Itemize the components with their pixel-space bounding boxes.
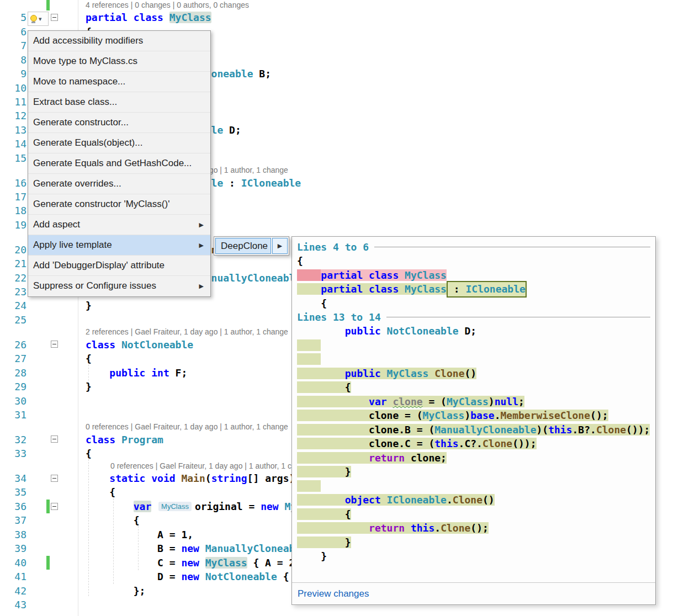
codelens-text: 0 references | Gael Fraiteur, 1 day ago …: [86, 422, 288, 432]
code-text: class Program: [86, 433, 163, 447]
line-number: 36: [0, 500, 26, 513]
menu-item-label: Add accessibility modifiers: [33, 35, 143, 46]
submenu-arrow-icon: ▶: [199, 215, 204, 235]
fold-collapse-box[interactable]: [51, 14, 58, 21]
code-text: {: [86, 352, 92, 365]
diff-section-title: Lines 4 to 6: [297, 240, 369, 254]
diff-section-title: Lines 13 to 14: [297, 310, 381, 324]
preview-code-line: {: [297, 254, 650, 268]
chevron-down-icon: ▾: [39, 16, 42, 22]
menu-item-label: Generate constructor...: [33, 117, 129, 128]
code-text: A = 1,: [86, 528, 193, 541]
menu-item[interactable]: Move type to MyClass.cs: [28, 51, 210, 72]
code-text: static void Main(string[] args): [86, 471, 295, 485]
menu-item-label: Move type to MyClass.cs: [33, 56, 137, 66]
fold-collapse-box[interactable]: [51, 341, 58, 348]
preview-code-line: clone = (MyClass)base.MemberwiseClone();: [297, 408, 650, 423]
preview-changes-link[interactable]: Preview changes: [298, 588, 369, 599]
code-text: };: [86, 584, 145, 598]
line-number: 17: [0, 190, 26, 204]
code-text: }: [86, 299, 92, 312]
preview-code-line: {: [297, 380, 650, 395]
submenu-arrow-icon: ▶: [199, 276, 204, 296]
menu-item[interactable]: Apply live template▶: [28, 235, 210, 256]
preview-code-line: public NotCloneable D;: [297, 324, 650, 338]
code-text: partial class MyClass: [86, 10, 211, 24]
line-number: 27: [0, 352, 26, 365]
line-number: 26: [0, 338, 26, 352]
codelens-text: 4 references | 0 changes | 0 authors, 0 …: [86, 0, 249, 10]
line-number: 9: [0, 67, 26, 81]
menu-item[interactable]: Extract base class...: [28, 92, 210, 113]
menu-item[interactable]: Suppress or Configure issues▶: [28, 276, 210, 296]
line-number: 7: [0, 39, 26, 52]
line-number: 41: [0, 570, 26, 583]
line-number: 12: [0, 109, 26, 123]
preview-code-line: [297, 352, 650, 367]
line-number: 20: [0, 243, 26, 257]
submenu-arrow-icon: ▶: [199, 235, 204, 255]
preview-code-line: }: [297, 535, 650, 550]
fold-collapse-box[interactable]: [51, 436, 58, 443]
menu-item[interactable]: Generate Equals and GetHashCode...: [28, 153, 210, 174]
menu-item[interactable]: Add accessibility modifiers: [28, 31, 210, 51]
preview-code-line: partial class MyClass: [297, 268, 650, 283]
code-text: }: [86, 380, 92, 394]
line-number: 28: [0, 366, 26, 380]
diff-section-rule: [374, 247, 650, 247]
menu-item[interactable]: Generate constructor...: [28, 113, 210, 133]
codelens-text: 2 references | Gael Fraiteur, 1 day ago …: [86, 327, 288, 337]
line-number: 11: [0, 95, 26, 109]
menu-item-label: Add aspect: [33, 219, 80, 230]
live-template-submenu: DeepClone ▶: [214, 236, 289, 256]
line-number: 21: [0, 257, 26, 270]
code-text: C = new MyClass { A = 2 },: [86, 556, 313, 570]
preview-footer: Preview changes: [292, 582, 655, 604]
line-number: 16: [0, 176, 26, 190]
fold-collapse-box[interactable]: [51, 503, 58, 510]
codelens-row[interactable]: 4 references | 0 changes | 0 authors, 0 …: [0, 0, 679, 10]
preview-code-line: return this.Clone();: [297, 521, 650, 535]
preview-code-line: var clone = (MyClass)null;: [297, 395, 650, 409]
submen u-expand-button[interactable]: ▶: [272, 238, 288, 254]
line-number: 34: [0, 471, 26, 485]
menu-item-label: Add 'DebuggerDisplay' attribute: [33, 260, 165, 270]
change-indicator: [46, 556, 50, 570]
submenu-item-deepclone[interactable]: DeepClone: [215, 238, 271, 254]
line-number: 33: [0, 447, 26, 460]
menu-item[interactable]: Generate overrides...: [28, 174, 210, 194]
menu-item[interactable]: Add 'DebuggerDisplay' attribute: [28, 256, 210, 276]
line-number: 14: [0, 137, 26, 151]
menu-item[interactable]: Add aspect▶: [28, 215, 210, 235]
line-number: 32: [0, 433, 26, 447]
menu-item[interactable]: Generate constructor 'MyClass()': [28, 194, 210, 215]
preview-code-line: [297, 479, 650, 493]
code-line[interactable]: 5partial class MyClass: [0, 10, 679, 24]
context-menu: Add accessibility modifiersMove type to …: [28, 30, 211, 297]
line-number: 29: [0, 380, 26, 394]
code-text: {: [86, 447, 92, 460]
preview-code-line: partial class MyClass : ICloneable: [297, 282, 650, 296]
menu-item[interactable]: Generate Equals(object)...: [28, 133, 210, 153]
line-number: 39: [0, 541, 26, 555]
ide-screen: 4 references | 0 changes | 0 authors, 0 …: [0, 0, 679, 616]
line-number: 18: [0, 204, 26, 217]
submenu-arrow-icon: ▶: [278, 242, 282, 249]
quick-actions-button[interactable]: ▾: [28, 12, 49, 26]
change-indicator: [46, 500, 50, 513]
code-text: class NotCloneable: [86, 338, 193, 352]
line-number: 6: [0, 25, 26, 39]
preview-code-line: }: [297, 465, 650, 479]
preview-code-line: clone.C = (this.C?.Clone());: [297, 437, 650, 451]
codelens-text: 0 references | Gael Fraiteur, 1 day ago …: [110, 461, 313, 471]
line-number: 13: [0, 123, 26, 137]
line-number: 5: [0, 10, 26, 24]
fold-collapse-box[interactable]: [51, 475, 58, 482]
diff-section-rule: [386, 317, 650, 317]
menu-item-label: Generate constructor 'MyClass()': [33, 199, 169, 209]
menu-item[interactable]: Move to namespace...: [28, 72, 210, 92]
code-text: B = new ManuallyCloneable(),: [86, 541, 325, 555]
line-number: 10: [0, 81, 26, 95]
submenu-item-label: DeepClone: [221, 241, 268, 252]
code-text: var MyClassoriginal = new MyClass: [86, 500, 326, 513]
